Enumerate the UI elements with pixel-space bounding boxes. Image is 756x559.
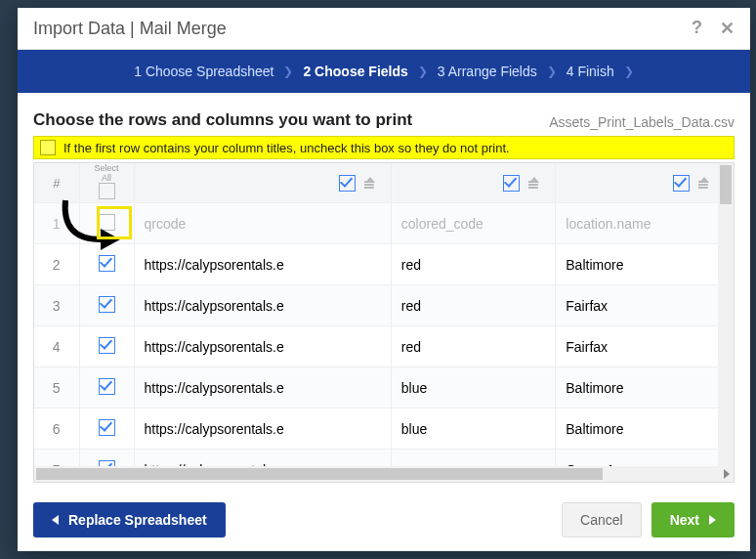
column-header[interactable]	[134, 163, 391, 203]
select-all-checkbox[interactable]	[99, 183, 115, 199]
modal-header: Import Data | Mail Merge ? ✕	[18, 8, 750, 50]
column-header[interactable]	[391, 163, 555, 203]
row-select-cell[interactable]	[79, 450, 134, 467]
column-header-number: #	[34, 163, 79, 203]
step-choose-fields[interactable]: 2 Choose Fields	[303, 64, 407, 79]
row-number: 4	[34, 326, 79, 367]
chevron-right-icon: ❯	[624, 64, 634, 78]
step-arrange-fields[interactable]: 3 Arrange Fields	[438, 64, 537, 79]
sort-icon[interactable]	[365, 176, 381, 190]
cell: blue	[391, 367, 555, 408]
row-select-cell[interactable]	[79, 244, 134, 285]
cell: blue	[391, 408, 555, 450]
mail-merge-modal: Import Data | Mail Merge ? ✕ 1 Choose Sp…	[18, 8, 750, 551]
first-row-checkbox-highlight[interactable]	[40, 140, 56, 155]
cell: https://calypsorentals.e	[134, 450, 391, 467]
cell: red	[391, 285, 555, 326]
cell: Fairfax	[556, 285, 725, 326]
chevron-right-icon	[709, 515, 716, 525]
column-include-checkbox[interactable]	[339, 175, 356, 192]
wizard-steps: 1 Choose Spreadsheet ❯ 2 Choose Fields ❯…	[18, 50, 750, 93]
modal-title: Import Data | Mail Merge	[33, 19, 227, 39]
row-number: 1	[34, 203, 79, 244]
row-select-cell[interactable]	[79, 285, 134, 326]
cell: https://calypsorentals.e	[134, 408, 391, 450]
cell: red	[391, 326, 555, 367]
chevron-right-icon: ❯	[418, 64, 428, 78]
column-header-select-all[interactable]: Select All	[79, 163, 134, 203]
hint-text: If the first row contains your column ti…	[63, 141, 510, 155]
row-number: 3	[34, 285, 79, 326]
cell: Fairfax	[556, 326, 725, 367]
cell: Baltimore	[556, 244, 725, 285]
cell: https://calypsorentals.e	[134, 244, 391, 285]
row-checkbox[interactable]	[99, 419, 115, 436]
modal-footer: Replace Spreadsheet Cancel Next	[18, 491, 750, 551]
chevron-right-icon: ❯	[547, 64, 557, 78]
cell: Baltimore	[556, 367, 725, 408]
cell: qrcode	[134, 203, 391, 244]
row-number: 6	[34, 408, 79, 450]
row-select-cell[interactable]	[79, 326, 134, 367]
cell: location.name	[556, 203, 725, 244]
row-select-cell[interactable]	[79, 408, 134, 450]
row-checkbox[interactable]	[99, 255, 115, 272]
row-checkbox[interactable]	[99, 214, 115, 231]
column-include-checkbox[interactable]	[503, 175, 520, 192]
data-table: # Select All 1qrcodecolored_	[34, 163, 734, 466]
cell: https://calypsorentals.e	[134, 326, 391, 367]
help-icon[interactable]: ?	[692, 18, 702, 39]
row-number: 7	[34, 450, 79, 467]
close-icon[interactable]: ✕	[720, 18, 735, 39]
table-row: 3https://calypsorentals.eredFairfax122	[34, 285, 734, 326]
column-include-checkbox[interactable]	[673, 175, 690, 192]
row-select-cell[interactable]	[79, 367, 134, 408]
table-row: 2https://calypsorentals.eredBaltimore228	[34, 244, 734, 285]
table-row: 1qrcodecolored_codelocation.nameidentifi…	[34, 203, 734, 244]
cell: Baltimore	[556, 408, 725, 450]
replace-spreadsheet-button[interactable]: Replace Spreadsheet	[33, 502, 226, 538]
cancel-button[interactable]: Cancel	[562, 502, 642, 538]
chevron-right-icon: ❯	[283, 64, 293, 78]
cell: green	[391, 450, 555, 467]
table-row: 4https://calypsorentals.eredFairfax233	[34, 326, 734, 367]
table-row: 6https://calypsorentals.eblueBaltimore10…	[34, 408, 734, 450]
next-button[interactable]: Next	[651, 502, 735, 538]
sort-icon[interactable]	[529, 176, 545, 190]
row-checkbox[interactable]	[99, 337, 115, 354]
vertical-scrollbar[interactable]	[718, 163, 734, 466]
step-finish[interactable]: 4 Finish	[567, 64, 614, 79]
cell: https://calypsorentals.e	[134, 367, 391, 408]
row-number: 2	[34, 244, 79, 285]
cell: https://calypsorentals.e	[134, 285, 391, 326]
row-number: 5	[34, 367, 79, 408]
step-choose-spreadsheet[interactable]: 1 Choose Spreadsheet	[134, 64, 273, 79]
row-checkbox[interactable]	[99, 378, 115, 395]
table-row: 5https://calypsorentals.eblueBaltimore78	[34, 367, 734, 408]
first-row-hint: If the first row contains your column ti…	[33, 136, 735, 159]
cell: colored_code	[391, 203, 555, 244]
cell: Grove Ave	[556, 450, 725, 467]
source-filename: Assets_Print_Labels_Data.csv	[549, 114, 735, 130]
cell: red	[391, 244, 555, 285]
chevron-left-icon	[52, 515, 59, 525]
row-checkbox[interactable]	[99, 296, 115, 313]
column-header[interactable]	[556, 163, 725, 203]
sort-icon[interactable]	[699, 176, 715, 190]
page-title: Choose the rows and columns you want to …	[33, 110, 412, 130]
table-row: 7https://calypsorentals.egreenGrove Ave9…	[34, 450, 734, 467]
data-table-wrap: # Select All 1qrcodecolored_	[33, 162, 735, 483]
row-select-cell[interactable]	[79, 203, 134, 244]
horizontal-scrollbar[interactable]	[34, 466, 734, 482]
